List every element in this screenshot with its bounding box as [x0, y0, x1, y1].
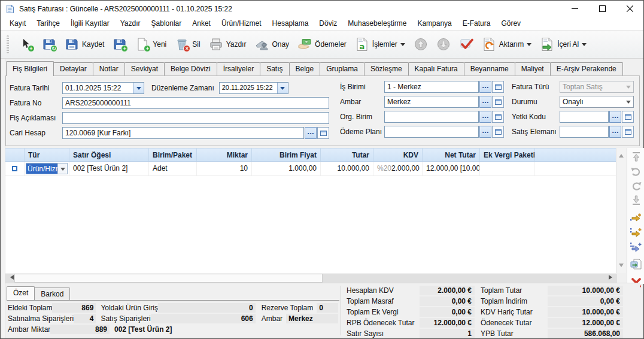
status-select[interactable]: Onaylı — [560, 96, 634, 108]
warehouse-input[interactable]: Merkez — [384, 96, 479, 108]
scroll-down-icon[interactable] — [619, 264, 624, 270]
col-header-birim-fiyat[interactable]: Birim Fiyat — [252, 149, 321, 161]
edit-time-input[interactable]: 20.11.2025 15:22 — [219, 82, 288, 94]
line-quantity-cell[interactable]: 10 — [197, 162, 252, 175]
tab-kapali-fatura[interactable]: Kapalı Fatura — [408, 62, 464, 76]
business-unit-browse-button[interactable]: … — [479, 81, 491, 93]
insert-detail-line-button[interactable] — [630, 226, 643, 239]
salesperson-browse-button[interactable]: … — [609, 126, 621, 138]
tab-irsaliyeler[interactable]: İrsaliyeler — [217, 62, 260, 76]
menu-item-gorev[interactable]: Görev — [496, 17, 526, 29]
org-unit-browse-button[interactable]: … — [479, 111, 491, 123]
new-button[interactable]: + Yeni — [131, 35, 171, 54]
line-vat-cell[interactable]: %20 2.000,00 — [373, 162, 423, 175]
row-indicator-icon[interactable] — [5, 162, 25, 175]
payment-plan-input[interactable] — [384, 126, 479, 138]
insert-alt-line-button[interactable] — [630, 240, 643, 253]
col-header-birim-paket[interactable]: Birim/Paket — [149, 149, 197, 161]
col-header-net-tutar[interactable]: Net Tutar — [423, 149, 480, 161]
menu-item-muhasebelestirme[interactable]: Muhasebeleştirme — [342, 17, 412, 29]
save-new-button[interactable]: + — [108, 35, 131, 54]
maximize-button[interactable] — [588, 1, 616, 17]
import-button[interactable]: İçeri Al — [536, 35, 591, 54]
account-browse-button[interactable]: … — [305, 127, 317, 139]
date-dropdown-icon[interactable] — [133, 83, 144, 93]
tab-beyanname[interactable]: Beyanname — [464, 62, 515, 76]
tab-barkod[interactable]: Barkod — [34, 287, 70, 300]
print-button[interactable]: Yazdır — [205, 35, 251, 54]
tab-maliyet[interactable]: Maliyet — [515, 62, 551, 76]
move-down-button[interactable] — [432, 35, 455, 54]
menu-item-kayit[interactable]: Kayıt — [4, 17, 31, 29]
menu-item-yazdir[interactable]: Yazdır — [115, 17, 146, 29]
col-header-miktar[interactable]: Miktar — [197, 149, 252, 161]
redo-line-button[interactable] — [630, 179, 643, 192]
scroll-right-icon[interactable] — [609, 275, 615, 280]
warehouse-browse-button[interactable]: … — [479, 96, 491, 108]
approve-button[interactable]: Onay — [250, 35, 293, 54]
payment-plan-open-button[interactable] — [492, 126, 504, 138]
business-unit-input[interactable]: 1 - Merkez — [384, 81, 479, 93]
menu-item-ilgili-kayitlar[interactable]: İlgili Kayıtlar — [65, 17, 115, 29]
invoice-date-input[interactable]: 01.10.2025 15:22 — [62, 82, 144, 94]
minimize-button[interactable] — [561, 1, 588, 17]
auth-code-open-button[interactable] — [622, 111, 634, 123]
payment-plan-browse-button[interactable]: … — [479, 126, 491, 138]
menu-item-urun-hizmet[interactable]: Ürün/Hizmet — [216, 17, 267, 29]
account-input[interactable]: 120.0069 [Kur Farkı] — [62, 127, 304, 139]
scrollbar-thumb[interactable] — [14, 274, 323, 283]
tab-sevkiyat[interactable]: Sevkiyat — [124, 62, 165, 76]
line-type-select[interactable]: Ürün/Hizm — [26, 163, 68, 174]
undo-line-button[interactable] — [630, 165, 643, 178]
col-header-kdv[interactable]: KDV — [373, 149, 423, 161]
insert-line-button[interactable] — [630, 211, 643, 225]
org-unit-input[interactable] — [384, 111, 479, 123]
scroll-up-icon[interactable] — [619, 152, 624, 158]
org-unit-open-button[interactable] — [492, 111, 504, 123]
line-extra-tax-cell[interactable] — [480, 162, 535, 175]
tab-fis-bilgileri[interactable]: Fiş Bilgileri — [6, 61, 54, 76]
col-header-tur[interactable]: Tür — [25, 149, 69, 161]
menu-item-e-fatura[interactable]: E-Fatura — [457, 17, 496, 29]
invoice-line-row[interactable]: Ürün/Hizm 002 [Test Ürün 2] Adet 10 1.00… — [5, 162, 616, 176]
col-header-satir-ogesi[interactable]: Satır Öğesi — [69, 149, 149, 161]
operations-button[interactable]: a İşlemler — [351, 35, 409, 54]
menu-item-tarihce[interactable]: Tarihçe — [31, 17, 65, 29]
confirm-button[interactable] — [455, 35, 478, 54]
grid-vertical-scrollbar[interactable] — [616, 148, 626, 273]
tab-detaylar[interactable]: Detaylar — [53, 62, 93, 76]
tab-ozet[interactable]: Özet — [7, 286, 35, 300]
tab-belge-dovizi[interactable]: Belge Dövizi — [164, 62, 217, 76]
col-header-ek-vergi-paketi[interactable]: Ek Vergi Paketi — [480, 149, 535, 161]
menu-item-hesaplama[interactable]: Hesaplama — [267, 17, 314, 29]
tab-e-arsiv-perakende[interactable]: E-Arşiv Perakende — [550, 62, 623, 76]
menu-item-doviz[interactable]: Döviz — [314, 17, 342, 29]
menu-item-anket[interactable]: Anket — [187, 17, 216, 29]
col-header-tutar[interactable]: Tutar — [321, 149, 373, 161]
invoice-no-input[interactable]: ARS2025000000111 — [62, 97, 329, 109]
date-dropdown-icon[interactable] — [277, 83, 288, 93]
menu-item-kampanya[interactable]: Kampanya — [412, 17, 457, 29]
line-amount-cell[interactable]: 10.000,00 — [321, 162, 373, 175]
add-record-button[interactable]: + — [15, 35, 38, 54]
slip-description-input[interactable] — [62, 112, 329, 124]
line-unit-price-cell[interactable]: 1.000,00 — [252, 162, 321, 175]
move-line-top-button[interactable] — [630, 150, 643, 164]
scroll-left-icon[interactable] — [8, 275, 14, 280]
tab-gruplama[interactable]: Gruplama — [320, 62, 364, 76]
tab-belge[interactable]: Belge — [289, 62, 321, 76]
delete-button[interactable]: × Sil — [171, 35, 204, 54]
move-line-bottom-button[interactable] — [630, 193, 643, 207]
warehouse-open-button[interactable] — [492, 96, 504, 108]
close-button[interactable] — [616, 1, 643, 17]
export-button[interactable]: Aktarım — [478, 35, 536, 54]
tab-satis[interactable]: Satış — [260, 62, 289, 76]
auth-code-input[interactable] — [560, 111, 609, 123]
line-detail-button[interactable] — [630, 258, 643, 271]
save-refresh-button[interactable]: ↻ — [38, 35, 60, 54]
grid-horizontal-scrollbar[interactable] — [5, 274, 617, 283]
auth-code-browse-button[interactable]: … — [609, 111, 621, 123]
line-net-amount-cell[interactable]: 12.000,00 [10.000] — [423, 162, 480, 175]
move-up-button[interactable] — [409, 35, 432, 54]
business-unit-open-button[interactable] — [492, 81, 504, 93]
